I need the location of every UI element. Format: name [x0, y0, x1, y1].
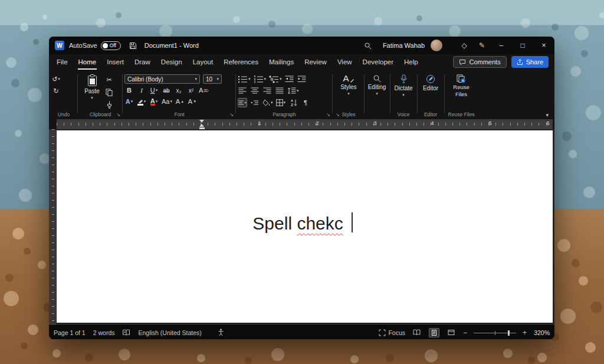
read-mode-button[interactable] — [412, 328, 422, 337]
web-layout-button[interactable] — [446, 328, 457, 337]
language-indicator[interactable]: English (United States) — [138, 329, 201, 336]
text-cursor — [352, 212, 353, 232]
tab-draw[interactable]: Draw — [129, 54, 156, 70]
font-color-button[interactable]: A▾ — [149, 97, 159, 106]
document-page[interactable]: Spell chekc — [57, 130, 553, 323]
tab-developer[interactable]: Developer — [357, 54, 399, 70]
minimize-button[interactable]: – — [491, 37, 512, 54]
feedback-pen-icon[interactable]: ✎ — [473, 41, 491, 50]
print-layout-button[interactable] — [429, 328, 439, 337]
tab-references[interactable]: References — [218, 54, 264, 70]
font-group-label: Font — [124, 112, 234, 117]
autosave-toggle[interactable]: Off — [101, 41, 121, 50]
collapse-ribbon-button[interactable]: ▾ — [546, 112, 549, 118]
tab-insert[interactable]: Insert — [101, 54, 129, 70]
bullets-button[interactable]: ▾ — [238, 74, 251, 84]
align-left-button[interactable] — [238, 86, 247, 96]
styles-dialog-launcher[interactable]: ↘ — [336, 113, 340, 117]
vertical-ruler[interactable] — [49, 129, 56, 325]
share-button[interactable]: Share — [511, 56, 549, 68]
editor-button[interactable]: Editor — [419, 70, 442, 91]
multilevel-list-button[interactable]: ▾ — [269, 74, 282, 84]
tab-layout[interactable]: Layout — [188, 54, 219, 70]
editing-button[interactable]: Editing ▾ — [366, 70, 388, 96]
format-painter-button[interactable] — [104, 100, 114, 109]
increase-indent-button[interactable] — [297, 74, 307, 84]
right-to-left-button[interactable] — [250, 98, 260, 107]
redo-button[interactable]: ↻ — [51, 86, 61, 96]
document-text[interactable]: Spell — [252, 214, 297, 233]
user-name[interactable]: Fatima Wahab — [383, 42, 425, 49]
shading-button[interactable]: ▾ — [262, 98, 273, 107]
reuse-files-button[interactable]: Reuse Files — [447, 70, 476, 97]
line-spacing-button[interactable]: ▾ — [287, 86, 299, 96]
superscript-button[interactable]: x² — [186, 86, 196, 95]
word-count[interactable]: 2 words — [93, 329, 115, 336]
show-paragraph-marks-button[interactable]: ¶ — [301, 98, 310, 107]
numbering-button[interactable]: ▾ — [254, 74, 267, 84]
tab-help[interactable]: Help — [399, 54, 424, 70]
zoom-in-button[interactable]: + — [523, 329, 527, 337]
underline-button[interactable]: U▾ — [149, 86, 159, 95]
align-right-button[interactable] — [262, 86, 272, 96]
page-indicator[interactable]: Page 1 of 1 — [54, 329, 86, 336]
grow-font-button[interactable]: A▲ — [175, 97, 185, 106]
paragraph-dialog-launcher[interactable]: ↘ — [326, 113, 330, 117]
save-icon[interactable] — [127, 39, 140, 52]
clipboard-dialog-launcher[interactable]: ↘ — [116, 113, 120, 117]
horizontal-ruler[interactable]: 1 2 3 4 5 6 — [57, 119, 553, 129]
first-line-indent-marker[interactable] — [199, 120, 204, 123]
tab-view[interactable]: View — [332, 54, 357, 70]
subscript-button[interactable]: x₂ — [174, 86, 183, 95]
hanging-indent-marker[interactable] — [199, 124, 204, 127]
strikethrough-button[interactable]: ab — [162, 86, 171, 95]
font-dialog-launcher[interactable]: ↘ — [229, 113, 234, 117]
paste-button[interactable]: Paste ▾ — [80, 70, 104, 109]
status-bar: Page 1 of 1 2 words English (United Stat… — [49, 325, 554, 339]
font-name-combobox[interactable]: Calibri (Body) ▾ — [124, 74, 200, 84]
tab-review[interactable]: Review — [299, 54, 332, 70]
copy-button[interactable] — [104, 87, 114, 97]
accessibility-icon[interactable] — [218, 329, 224, 336]
document-text-line[interactable]: Spell chekc — [203, 192, 353, 254]
borders-button[interactable]: ▾ — [276, 98, 286, 107]
tab-home[interactable]: Home — [73, 54, 102, 70]
font-size-combobox[interactable]: 10 ▾ — [203, 74, 222, 84]
ruler-mark: 5 — [488, 120, 491, 126]
undo-button[interactable]: ↺▾ — [51, 74, 61, 84]
reuse-files-group-label: Reuse Files — [447, 112, 476, 117]
zoom-slider[interactable] — [474, 330, 516, 336]
proofing-errors-icon[interactable] — [122, 329, 130, 336]
zoom-level[interactable]: 320% — [533, 329, 550, 336]
misspelled-word[interactable]: chekc — [297, 214, 343, 233]
close-button[interactable]: × — [533, 37, 554, 54]
focus-mode-button[interactable]: Focus — [379, 329, 405, 336]
left-to-right-button[interactable] — [238, 98, 247, 107]
dictate-button[interactable]: Dictate ▾ — [392, 70, 415, 97]
search-icon[interactable] — [362, 39, 375, 52]
comments-button[interactable]: Comments — [453, 56, 506, 68]
clear-formatting-button[interactable]: A⌦ — [199, 86, 209, 95]
editor-group-label: Editor — [419, 112, 442, 117]
align-center-button[interactable] — [250, 86, 260, 96]
tab-design[interactable]: Design — [156, 54, 188, 70]
tab-file[interactable]: File — [51, 54, 73, 70]
decrease-indent-button[interactable] — [285, 74, 294, 84]
justify-button[interactable] — [275, 86, 284, 96]
styles-button[interactable]: A Styles ▾ — [334, 70, 363, 96]
highlight-color-button[interactable]: ▾ — [137, 97, 146, 106]
change-case-button[interactable]: Aa▾ — [162, 97, 172, 106]
indent-markers[interactable] — [199, 120, 205, 129]
italic-button[interactable]: I — [137, 86, 146, 95]
user-avatar[interactable] — [431, 40, 442, 51]
zoom-out-button[interactable]: − — [463, 329, 467, 337]
bold-button[interactable]: B — [124, 86, 134, 95]
maximize-button[interactable]: □ — [512, 37, 533, 54]
text-effects-button[interactable]: A▾ — [124, 97, 134, 106]
cut-button[interactable]: ✂ — [104, 75, 114, 84]
zoom-slider-thumb[interactable] — [508, 330, 510, 336]
rewards-diamond-icon[interactable]: ◇ — [455, 41, 473, 50]
shrink-font-button[interactable]: A▼ — [188, 97, 197, 106]
sort-button[interactable] — [288, 98, 298, 107]
tab-mailings[interactable]: Mailings — [264, 54, 299, 70]
